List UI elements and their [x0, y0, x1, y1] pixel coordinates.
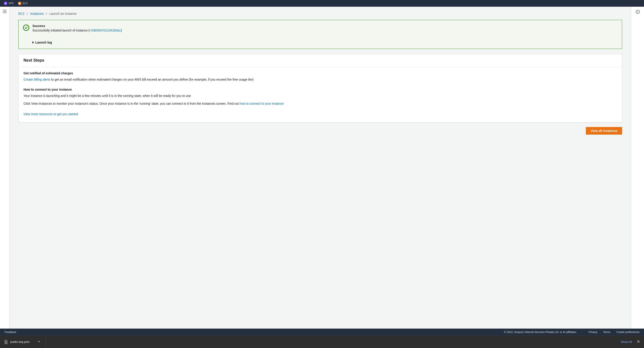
view-more-resources-link[interactable]: View more resources to get you started: [24, 112, 78, 116]
breadcrumb-current: Launch an instance: [50, 12, 76, 15]
breadcrumb: EC2 Instances Launch an instance: [18, 11, 622, 15]
alert-msg-suffix: ): [121, 28, 122, 32]
launch-log-toggle[interactable]: Launch log: [32, 41, 618, 44]
tab-vpc-label: VPC: [8, 2, 14, 5]
layout: EC2 Instances Launch an instance Success…: [0, 7, 644, 329]
breadcrumb-ec2[interactable]: EC2: [18, 12, 24, 15]
button-row: View all instances: [18, 127, 622, 135]
success-alert: Success Successfully initiated launch of…: [18, 20, 622, 49]
alert-message: Successfully initiated launch of instanc…: [32, 28, 618, 32]
alert-msg-prefix: Successfully initiated launch of instanc…: [32, 28, 90, 32]
next-steps-heading: Next Steps: [24, 58, 617, 63]
hamburger-icon[interactable]: [3, 10, 6, 13]
footer: Feedback © 2022, Amazon Internet Service…: [0, 329, 644, 336]
download-filename: public-key.pem: [10, 340, 30, 344]
privacy-link[interactable]: Privacy: [588, 331, 597, 334]
close-icon[interactable]: [637, 340, 640, 344]
billing-text: Create billing alerts to get an email no…: [24, 77, 617, 82]
triangle-right-icon: [32, 41, 34, 43]
chevron-up-icon[interactable]: [38, 340, 40, 344]
info-icon[interactable]: i: [636, 10, 640, 14]
tab-ec2[interactable]: ▩ EC2: [18, 2, 28, 5]
connect-p1: Your instance is launching and it might …: [24, 94, 617, 98]
billing-section: Get notified of estimated charges Create…: [24, 71, 617, 82]
success-check-icon: [23, 24, 29, 31]
next-steps-panel: Next Steps Get notified of estimated cha…: [18, 54, 622, 123]
copyright: © 2022, Amazon Internet Services Private…: [504, 331, 577, 334]
breadcrumb-instances[interactable]: Instances: [30, 12, 44, 15]
alert-title: Success: [32, 24, 618, 28]
connect-p2: Click View Instances to monitor your ins…: [24, 101, 617, 106]
view-all-instances-button[interactable]: View all instances: [586, 127, 622, 135]
chevron-right-icon: [26, 11, 28, 15]
tab-ec2-label: EC2: [22, 2, 28, 5]
svg-rect-0: [6, 342, 7, 343]
feedback-link[interactable]: Feedback: [4, 331, 16, 334]
launch-log-label: Launch log: [35, 41, 52, 44]
file-icon: [4, 340, 8, 344]
right-rail: i: [631, 7, 644, 329]
more-resources-section: View more resources to get you started: [24, 112, 617, 117]
connect-p2-prefix: Click View Instances to monitor your ins…: [24, 102, 240, 105]
panel-header: Next Steps: [18, 54, 622, 67]
create-billing-alerts-link[interactable]: Create billing alerts: [24, 78, 50, 81]
tab-vpc[interactable]: ⋔ VPC: [4, 2, 14, 5]
connect-heading: How to connect to your instance: [24, 88, 617, 91]
tab-bar: ⋔ VPC ▩ EC2: [0, 0, 644, 7]
chevron-right-icon: [46, 11, 48, 15]
how-to-connect-link[interactable]: how to connect to your instance: [240, 102, 284, 105]
billing-heading: Get notified of estimated charges: [24, 71, 617, 75]
vpc-icon: ⋔: [4, 2, 7, 5]
download-item[interactable]: public-key.pem: [4, 336, 46, 348]
main-content: EC2 Instances Launch an instance Success…: [10, 7, 631, 329]
terms-link[interactable]: Terms: [603, 331, 610, 334]
download-bar: public-key.pem Show All: [0, 336, 644, 348]
cookie-preferences-link[interactable]: Cookie preferences: [616, 331, 640, 334]
billing-rest: to get an email notification when estima…: [50, 78, 254, 81]
instance-id-link[interactable]: i-0365047011541b5a1: [90, 28, 121, 32]
left-rail: [0, 7, 10, 329]
ec2-icon: ▩: [18, 2, 21, 5]
connect-section: How to connect to your instance Your ins…: [24, 88, 617, 106]
show-all-downloads[interactable]: Show All: [621, 340, 632, 344]
